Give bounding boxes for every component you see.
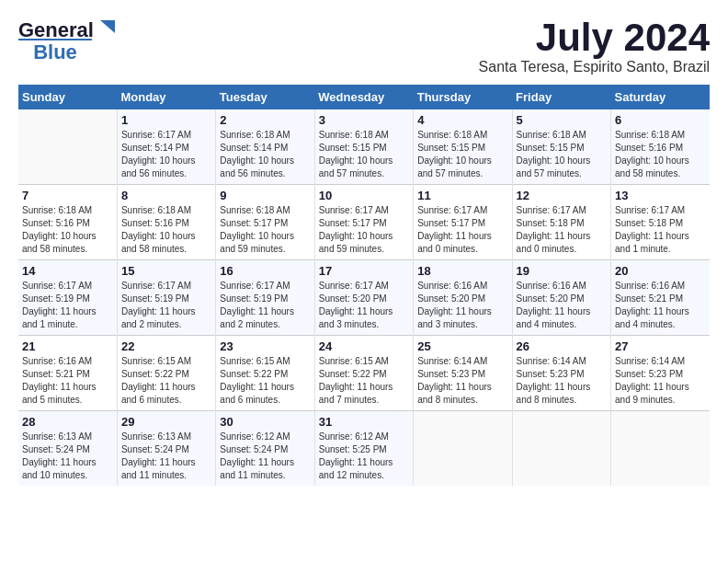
- logo-blue: Blue: [18, 39, 92, 64]
- day-number: 14: [22, 264, 113, 278]
- svg-marker-0: [100, 20, 115, 33]
- calendar-cell: 25Sunrise: 6:14 AM Sunset: 5:23 PM Dayli…: [414, 336, 512, 411]
- calendar-cell: 23Sunrise: 6:15 AM Sunset: 5:22 PM Dayli…: [216, 336, 314, 411]
- calendar-subtitle: Santa Teresa, Espirito Santo, Brazil: [479, 59, 710, 75]
- day-number: 30: [220, 415, 310, 429]
- calendar-cell: 20Sunrise: 6:16 AM Sunset: 5:21 PM Dayli…: [611, 260, 710, 336]
- day-number: 29: [121, 415, 211, 429]
- day-info: Sunrise: 6:13 AM Sunset: 5:24 PM Dayligh…: [22, 431, 113, 482]
- calendar-cell: 2Sunrise: 6:18 AM Sunset: 5:14 PM Daylig…: [216, 109, 314, 185]
- day-number: 25: [417, 339, 507, 353]
- calendar-cell: 18Sunrise: 6:16 AM Sunset: 5:20 PM Dayli…: [414, 260, 512, 336]
- day-number: 8: [121, 189, 211, 202]
- calendar-cell: 5Sunrise: 6:18 AM Sunset: 5:15 PM Daylig…: [512, 109, 610, 185]
- day-number: 21: [22, 339, 113, 353]
- day-number: 24: [319, 339, 409, 353]
- calendar-cell: 8Sunrise: 6:18 AM Sunset: 5:16 PM Daylig…: [117, 185, 215, 260]
- day-number: 23: [220, 339, 310, 353]
- day-info: Sunrise: 6:15 AM Sunset: 5:22 PM Dayligh…: [319, 355, 409, 407]
- calendar-cell: 11Sunrise: 6:17 AM Sunset: 5:17 PM Dayli…: [414, 185, 512, 260]
- day-info: Sunrise: 6:17 AM Sunset: 5:18 PM Dayligh…: [517, 204, 607, 256]
- header: General Blue July 2024 Santa Teresa, Esp…: [18, 18, 710, 75]
- day-info: Sunrise: 6:17 AM Sunset: 5:19 PM Dayligh…: [121, 280, 211, 331]
- weekday-header-monday: Monday: [117, 85, 215, 109]
- day-number: 17: [319, 264, 409, 278]
- calendar-cell: 28Sunrise: 6:13 AM Sunset: 5:24 PM Dayli…: [18, 411, 117, 487]
- day-number: 9: [220, 189, 310, 202]
- day-info: Sunrise: 6:18 AM Sunset: 5:17 PM Dayligh…: [220, 204, 310, 256]
- calendar-cell: 31Sunrise: 6:12 AM Sunset: 5:25 PM Dayli…: [314, 411, 413, 487]
- day-info: Sunrise: 6:17 AM Sunset: 5:19 PM Dayligh…: [22, 280, 113, 331]
- weekday-header-saturday: Saturday: [611, 85, 710, 109]
- day-info: Sunrise: 6:18 AM Sunset: 5:16 PM Dayligh…: [22, 204, 113, 256]
- calendar-week-row: 1Sunrise: 6:17 AM Sunset: 5:14 PM Daylig…: [18, 109, 710, 185]
- weekday-header-sunday: Sunday: [18, 85, 117, 109]
- day-number: 26: [517, 339, 607, 353]
- calendar-cell: 15Sunrise: 6:17 AM Sunset: 5:19 PM Dayli…: [117, 260, 215, 336]
- calendar-week-row: 28Sunrise: 6:13 AM Sunset: 5:24 PM Dayli…: [18, 411, 710, 487]
- weekday-header-row: SundayMondayTuesdayWednesdayThursdayFrid…: [18, 85, 710, 109]
- day-number: 1: [121, 113, 211, 127]
- weekday-header-wednesday: Wednesday: [314, 85, 413, 109]
- day-info: Sunrise: 6:14 AM Sunset: 5:23 PM Dayligh…: [517, 355, 607, 407]
- calendar-cell: [611, 411, 710, 487]
- day-info: Sunrise: 6:14 AM Sunset: 5:23 PM Dayligh…: [615, 355, 706, 407]
- day-number: 11: [417, 189, 507, 202]
- day-number: 12: [517, 189, 607, 202]
- day-number: 20: [615, 264, 706, 278]
- calendar-cell: 29Sunrise: 6:13 AM Sunset: 5:24 PM Dayli…: [117, 411, 215, 487]
- day-number: 18: [417, 264, 507, 278]
- day-info: Sunrise: 6:18 AM Sunset: 5:15 PM Dayligh…: [319, 129, 409, 180]
- calendar-cell: 17Sunrise: 6:17 AM Sunset: 5:20 PM Dayli…: [314, 260, 413, 336]
- logo: General Blue: [18, 18, 117, 64]
- day-info: Sunrise: 6:18 AM Sunset: 5:15 PM Dayligh…: [517, 129, 607, 180]
- calendar-cell: 7Sunrise: 6:18 AM Sunset: 5:16 PM Daylig…: [18, 185, 117, 260]
- weekday-header-friday: Friday: [512, 85, 610, 109]
- day-number: 3: [319, 113, 409, 127]
- calendar-cell: [18, 109, 117, 185]
- calendar-week-row: 7Sunrise: 6:18 AM Sunset: 5:16 PM Daylig…: [18, 185, 710, 260]
- day-number: 4: [417, 113, 507, 127]
- logo-arrow-icon: [97, 17, 117, 37]
- day-number: 7: [22, 189, 113, 202]
- calendar-cell: 16Sunrise: 6:17 AM Sunset: 5:19 PM Dayli…: [216, 260, 314, 336]
- day-number: 28: [22, 415, 113, 429]
- day-info: Sunrise: 6:18 AM Sunset: 5:15 PM Dayligh…: [417, 129, 507, 180]
- day-number: 6: [615, 113, 706, 127]
- calendar-cell: 30Sunrise: 6:12 AM Sunset: 5:24 PM Dayli…: [216, 411, 314, 487]
- title-section: July 2024 Santa Teresa, Espirito Santo, …: [479, 18, 710, 75]
- calendar-cell: 13Sunrise: 6:17 AM Sunset: 5:18 PM Dayli…: [611, 185, 710, 260]
- calendar-cell: 26Sunrise: 6:14 AM Sunset: 5:23 PM Dayli…: [512, 336, 610, 411]
- day-info: Sunrise: 6:17 AM Sunset: 5:18 PM Dayligh…: [615, 204, 706, 256]
- day-info: Sunrise: 6:16 AM Sunset: 5:20 PM Dayligh…: [517, 280, 607, 331]
- day-info: Sunrise: 6:14 AM Sunset: 5:23 PM Dayligh…: [417, 355, 507, 407]
- day-info: Sunrise: 6:15 AM Sunset: 5:22 PM Dayligh…: [121, 355, 211, 407]
- day-number: 16: [220, 264, 310, 278]
- weekday-header-tuesday: Tuesday: [216, 85, 314, 109]
- day-info: Sunrise: 6:15 AM Sunset: 5:22 PM Dayligh…: [220, 355, 310, 407]
- day-info: Sunrise: 6:18 AM Sunset: 5:14 PM Dayligh…: [220, 129, 310, 180]
- day-number: 19: [517, 264, 607, 278]
- day-info: Sunrise: 6:16 AM Sunset: 5:20 PM Dayligh…: [417, 280, 507, 331]
- calendar-cell: 12Sunrise: 6:17 AM Sunset: 5:18 PM Dayli…: [512, 185, 610, 260]
- calendar-week-row: 14Sunrise: 6:17 AM Sunset: 5:19 PM Dayli…: [18, 260, 710, 336]
- day-number: 31: [319, 415, 409, 429]
- day-info: Sunrise: 6:12 AM Sunset: 5:24 PM Dayligh…: [220, 431, 310, 482]
- calendar-table: SundayMondayTuesdayWednesdayThursdayFrid…: [18, 85, 710, 486]
- calendar-cell: 22Sunrise: 6:15 AM Sunset: 5:22 PM Dayli…: [117, 336, 215, 411]
- day-info: Sunrise: 6:12 AM Sunset: 5:25 PM Dayligh…: [319, 431, 409, 482]
- day-info: Sunrise: 6:16 AM Sunset: 5:21 PM Dayligh…: [22, 355, 113, 407]
- calendar-cell: 10Sunrise: 6:17 AM Sunset: 5:17 PM Dayli…: [314, 185, 413, 260]
- day-info: Sunrise: 6:17 AM Sunset: 5:20 PM Dayligh…: [319, 280, 409, 331]
- day-info: Sunrise: 6:17 AM Sunset: 5:17 PM Dayligh…: [319, 204, 409, 256]
- calendar-title: July 2024: [479, 18, 710, 57]
- calendar-cell: 21Sunrise: 6:16 AM Sunset: 5:21 PM Dayli…: [18, 336, 117, 411]
- day-info: Sunrise: 6:13 AM Sunset: 5:24 PM Dayligh…: [121, 431, 211, 482]
- day-info: Sunrise: 6:18 AM Sunset: 5:16 PM Dayligh…: [615, 129, 706, 180]
- day-info: Sunrise: 6:17 AM Sunset: 5:17 PM Dayligh…: [417, 204, 507, 256]
- calendar-week-row: 21Sunrise: 6:16 AM Sunset: 5:21 PM Dayli…: [18, 336, 710, 411]
- day-number: 10: [319, 189, 409, 202]
- weekday-header-thursday: Thursday: [414, 85, 512, 109]
- calendar-cell: 24Sunrise: 6:15 AM Sunset: 5:22 PM Dayli…: [314, 336, 413, 411]
- calendar-cell: 4Sunrise: 6:18 AM Sunset: 5:15 PM Daylig…: [414, 109, 512, 185]
